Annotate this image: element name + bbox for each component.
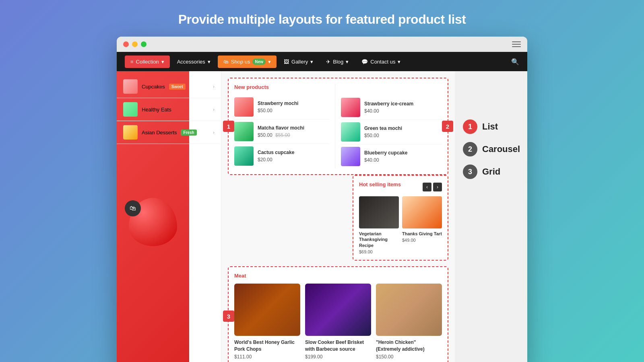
nav-item-gallery[interactable]: 🖼 Gallery ▾ [278, 56, 319, 68]
nav-item-accessories[interactable]: Accessories ▾ [171, 56, 216, 68]
hamburger-line [512, 41, 521, 42]
right-panel: 1 List 2 Carousel 3 Grid [455, 71, 527, 362]
product-info: Strawberry ice-cream $40.00 [364, 101, 413, 114]
hot-item-price: $49.00 [402, 238, 442, 243]
sidebar-item-asian[interactable]: Asian Desserts Fresh › [117, 121, 221, 144]
meat-title: Meat [234, 273, 442, 279]
asian-image [123, 125, 138, 140]
product-item-strawberry[interactable]: Strawberry mochi $50.00 [234, 95, 329, 119]
layout-option-carousel[interactable]: 2 Carousel [463, 142, 519, 156]
product-price: $40.00 [364, 157, 407, 163]
layout-num-1: 1 [463, 119, 477, 134]
hot-selling-section: Hot selling items ‹ › Vegetarian Thanksg… [353, 175, 448, 261]
sidebar-item-label: Healthy Eats [142, 107, 171, 113]
new-badge: New [252, 59, 266, 65]
cupcakes-image [123, 79, 138, 94]
chevron-down-icon: ▾ [310, 59, 313, 65]
browser-window: ≡ Collection ▾ Accessories ▾ 🛍 Shop us N… [117, 37, 527, 362]
blog-icon: ✈ [326, 59, 330, 65]
chevron-right-icon: › [213, 130, 215, 135]
hot-item-price: $69.00 [359, 249, 399, 254]
meat-section: 3 Meat World's Best Honey Garlic Pork Ch… [228, 266, 448, 362]
product-name: Cactus cupcake [258, 150, 294, 156]
hot-item-thanksgiving[interactable]: Vegetarian Thanksgiving Recipe $69.00 [359, 196, 399, 254]
nav-bar: ≡ Collection ▾ Accessories ▾ 🛍 Shop us N… [117, 52, 527, 71]
nav-item-blog[interactable]: ✈ Blog ▾ [320, 56, 354, 68]
minimize-dot[interactable] [132, 41, 138, 47]
product-item-blueberry[interactable]: Blueberry cupcake $40.00 [341, 144, 442, 169]
layout-option-list[interactable]: 1 List [463, 119, 519, 134]
close-dot[interactable] [123, 41, 129, 47]
meat-item-price: $111.00 [234, 354, 300, 360]
layout-label-list: List [482, 121, 498, 132]
product-name: Green tea mochi [364, 125, 402, 132]
layout-option-grid[interactable]: 3 Grid [463, 165, 519, 179]
product-info: Blueberry cupcake $40.00 [364, 150, 407, 163]
page-title: Provide multiple layouts for featured pr… [178, 12, 466, 27]
content-area: 1 New products Strawberry mochi $50.00 [221, 71, 455, 362]
hot-item-name: Vegetarian Thanksgiving Recipe [359, 231, 399, 248]
layout-label-grid: Grid [482, 167, 500, 177]
beef-image [305, 284, 371, 336]
hot-item-tart[interactable]: Thanks Giving Tart $49.00 [402, 196, 442, 254]
meat-item-price: $199.00 [305, 354, 371, 360]
strawberry-thumb [234, 97, 254, 117]
chevron-right-icon: › [213, 107, 215, 112]
fresh-tag: Fresh [181, 130, 196, 136]
sweet-tag: Sweet [169, 84, 186, 90]
nav-label: Collection [136, 59, 159, 65]
meat-item-pork[interactable]: World's Best Honey Garlic Pork Chops $11… [234, 284, 300, 360]
browser-dots [123, 41, 147, 47]
healthy-image [123, 102, 138, 117]
meat-item-name: "Heroin Chicken" (Extremely addictive) [376, 339, 442, 353]
chevron-down-icon: ▾ [161, 59, 164, 65]
contact-icon: 💬 [361, 59, 368, 65]
meat-item-beef[interactable]: Slow Cooker Beef Brisket with Barbecue s… [305, 284, 371, 360]
product-item-strawberry-ice[interactable]: Strawberry ice-cream $40.00 [341, 95, 442, 120]
nav-label: Accessories [177, 59, 205, 65]
nav-label: Shop us [231, 59, 250, 65]
shopify-badge[interactable]: 🛍 [125, 200, 141, 216]
two-col-layout: New products Strawberry mochi $50.00 [234, 84, 442, 169]
blueberry-thumb [341, 147, 360, 166]
layout-label-carousel: Carousel [482, 144, 520, 154]
cactus-thumb [234, 146, 254, 166]
product-info: Strawberry mochi $50.00 [258, 101, 298, 113]
main-wrapper: Cupcakes Sweet › Healthy Eats › Asian De… [117, 71, 527, 362]
meat-item-price: $150.00 [376, 354, 442, 360]
product-info: Matcha flavor mochi $50.00 $55.00 [258, 125, 304, 138]
badge-3: 3 [223, 311, 234, 322]
meat-item-chicken[interactable]: "Heroin Chicken" (Extremely addictive) $… [376, 284, 442, 360]
product-price: $20.00 [258, 157, 294, 162]
new-products-section: 1 New products Strawberry mochi $50.00 [228, 78, 448, 175]
nav-label: Contact us [370, 59, 395, 65]
product-item-cactus[interactable]: Cactus cupcake $20.00 [234, 144, 329, 168]
chevron-right-icon: › [213, 84, 215, 89]
product-item-green-tea[interactable]: Green tea mochi $50.00 [341, 120, 442, 144]
product-price: $50.00 [258, 108, 298, 113]
product-item-matcha[interactable]: Matcha flavor mochi $50.00 $55.00 [234, 119, 329, 144]
list-icon: ≡ [130, 59, 134, 65]
maximize-dot[interactable] [141, 41, 147, 47]
hamburger-line [512, 46, 521, 47]
chevron-down-icon: ▾ [268, 59, 271, 65]
nav-item-collection[interactable]: ≡ Collection ▾ [125, 56, 170, 68]
sidebar-item-cupcakes[interactable]: Cupcakes Sweet › [117, 75, 221, 98]
new-products-col: New products Strawberry mochi $50.00 [234, 84, 335, 169]
hamburger-icon[interactable] [512, 41, 521, 47]
search-icon[interactable]: 🔍 [511, 58, 519, 66]
badge-2: 2 [442, 121, 453, 132]
nav-item-contact[interactable]: 💬 Contact us ▾ [356, 56, 406, 68]
hot-section-header: Hot selling items ‹ › [359, 181, 442, 192]
carousel-next-button[interactable]: › [433, 183, 442, 191]
meat-grid: World's Best Honey Garlic Pork Chops $11… [234, 284, 442, 360]
shop-icon: 🛍 [223, 59, 229, 65]
meat-item-name: Slow Cooker Beef Brisket with Barbecue s… [305, 339, 371, 353]
hot-selling-title: Hot selling items [359, 181, 401, 187]
thanksgiving-image [359, 196, 399, 228]
layout-num-2: 2 [463, 142, 477, 156]
hamburger-line [512, 44, 521, 45]
carousel-prev-button[interactable]: ‹ [423, 183, 431, 191]
sidebar-item-healthy[interactable]: Healthy Eats › [117, 98, 221, 121]
nav-item-shop-us[interactable]: 🛍 Shop us New ▾ [218, 56, 277, 68]
